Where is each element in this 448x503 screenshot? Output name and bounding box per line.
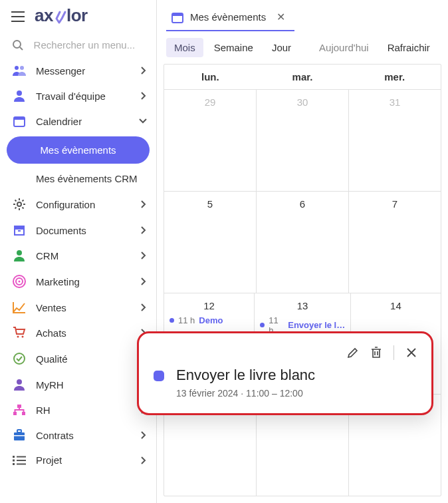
chevron-right-icon [140,456,147,464]
sidebar-item-label: RH [36,405,131,416]
sidebar-item-qualite[interactable]: Qualité [0,345,156,372]
svg-rect-28 [13,463,15,465]
calendar-cell[interactable]: 5 [164,192,256,293]
event-popup-title: Envoyer le livre blanc [176,367,315,384]
svg-point-18 [14,353,25,364]
chevron-right-icon [140,226,147,234]
search-input[interactable] [33,39,147,51]
calendar-cell[interactable]: 7 [348,192,441,293]
sidebar-item-achats[interactable]: Achats [0,320,156,345]
chevron-right-icon [140,303,147,311]
sidebar-item-calendrier[interactable]: Calendrier [0,108,156,134]
svg-rect-33 [172,13,183,16]
svg-rect-10 [15,229,24,235]
calendar-event[interactable]: 11 h Demo [164,314,254,327]
sidebar-item-rh[interactable]: RH [0,397,156,422]
day-number: 5 [164,192,256,212]
view-week-button[interactable]: Semaine [206,38,261,57]
close-icon[interactable]: ✕ [277,11,285,23]
event-popup-subtitle: 13 février 2024 · 11:00 – 12:00 [176,388,315,399]
calendar-row: 567 [164,191,441,293]
calendar-grid: lun. mar. mer. 2930315671211 h Demo1311 … [164,64,441,496]
sidebar-item-label: Marketing [36,276,131,287]
refresh-button[interactable]: Rafraichir [380,38,438,57]
sidebar-subitem-mes-evenements-crm[interactable]: Mes évènements CRM [0,166,156,191]
chevron-right-icon [140,277,147,285]
calendar-icon [171,11,183,23]
chevron-right-icon [140,252,147,259]
calendar-cell[interactable]: 6 [256,192,348,293]
sidebar-item-ventes[interactable]: Ventes [0,295,156,320]
archive-icon [12,224,27,236]
calendar-header-cell: mer. [348,65,441,89]
sidebar-item-marketing[interactable]: Marketing [0,268,156,295]
sidebar-item-label: Mes évènements [40,144,116,156]
sidebar-item-projet[interactable]: Projet [0,448,156,472]
cart-icon [12,327,27,339]
sidebar-item-crm[interactable]: CRM [0,243,156,268]
svg-point-5 [17,90,22,96]
svg-rect-29 [17,456,26,457]
svg-rect-25 [14,435,25,436]
search-icon[interactable] [12,39,25,51]
calendar-header-cell: mar. [257,65,349,89]
svg-rect-22 [22,412,25,415]
day-number: 12 [164,293,254,314]
tab-title: Mes évènements [190,11,266,23]
svg-point-8 [17,202,21,206]
sidebar-subitem-mes-evenements[interactable]: Mes évènements [7,136,150,164]
event-title: Envoyer le livre [288,320,346,330]
svg-point-16 [17,336,19,338]
calendar-cell[interactable]: 30 [256,90,348,191]
svg-point-4 [20,66,24,70]
event-title: Demo [199,315,223,325]
close-icon[interactable] [406,347,417,358]
day-number: 7 [349,192,441,212]
view-month-button[interactable]: Mois [166,38,203,57]
calendar-cell[interactable]: 31 [348,90,441,191]
sidebar-item-label: Ventes [36,302,131,313]
svg-rect-30 [17,460,26,461]
day-number: 29 [164,90,256,110]
calendar-cell[interactable]: 29 [164,90,256,191]
separator [393,345,394,360]
svg-point-15 [19,281,21,283]
menu-icon[interactable] [11,11,25,22]
sidebar-item-myrh[interactable]: MyRH [0,372,156,397]
sidebar-item-messenger[interactable]: Messenger [0,58,156,83]
tab-mes-evenements[interactable]: Mes évènements ✕ [166,5,294,31]
calendar-header-cell: lun. [164,65,257,89]
event-time: 11 h [178,315,195,325]
chevron-down-icon [139,118,147,124]
sidebar-item-travail-equipe[interactable]: Travail d'équipe [0,83,156,108]
sidebar-item-contrats[interactable]: Contrats [0,422,156,448]
calendar-icon [12,115,27,127]
svg-rect-24 [17,430,21,432]
sidebar-item-label: Documents [36,225,131,236]
calendar-row: 293031 [164,89,441,191]
chevron-right-icon [140,431,147,439]
sidebar-subitem-configuration[interactable]: Configuration [0,191,156,218]
view-day-button[interactable]: Jour [264,38,299,57]
app-logo: ax lor [35,7,108,27]
sidebar: ax lor Messenger [0,0,157,503]
day-number: 30 [257,90,348,110]
edit-icon[interactable] [347,347,359,359]
today-button[interactable]: Aujourd'hui [311,38,377,57]
sidebar-item-label: CRM [36,250,131,261]
svg-rect-27 [13,459,15,461]
svg-point-2 [13,41,21,48]
chevron-right-icon [140,92,147,100]
sidebar-item-documents[interactable]: Documents [0,218,156,243]
nav: Messenger Travail d'équipe Calendrier [0,58,156,503]
day-number: 6 [257,192,348,212]
event-color-bullet [154,371,164,381]
users-icon [12,65,27,77]
chevron-right-icon [140,200,147,208]
svg-point-19 [17,379,22,385]
svg-rect-20 [17,405,21,408]
svg-rect-31 [17,463,26,464]
event-popup: Envoyer le livre blanc 13 février 2024 ·… [137,331,433,415]
person-purple-icon [12,379,27,391]
trash-icon[interactable] [371,347,382,359]
